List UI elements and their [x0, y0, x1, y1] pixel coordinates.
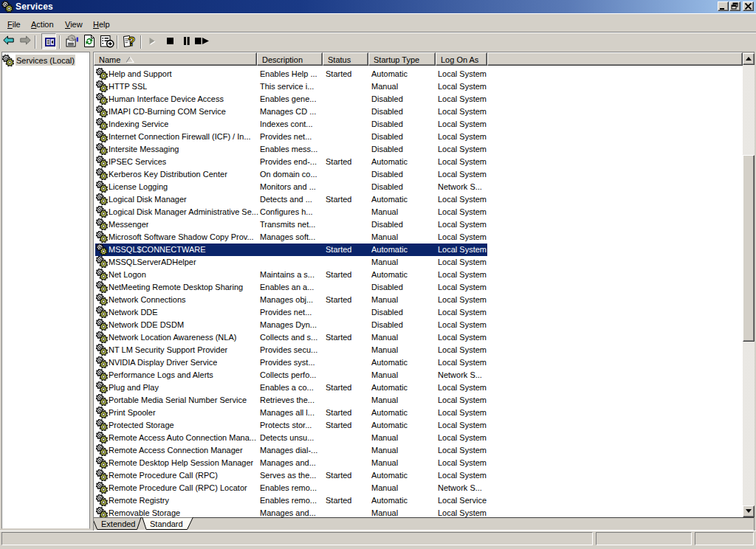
svg-text:?: ?: [128, 35, 136, 48]
